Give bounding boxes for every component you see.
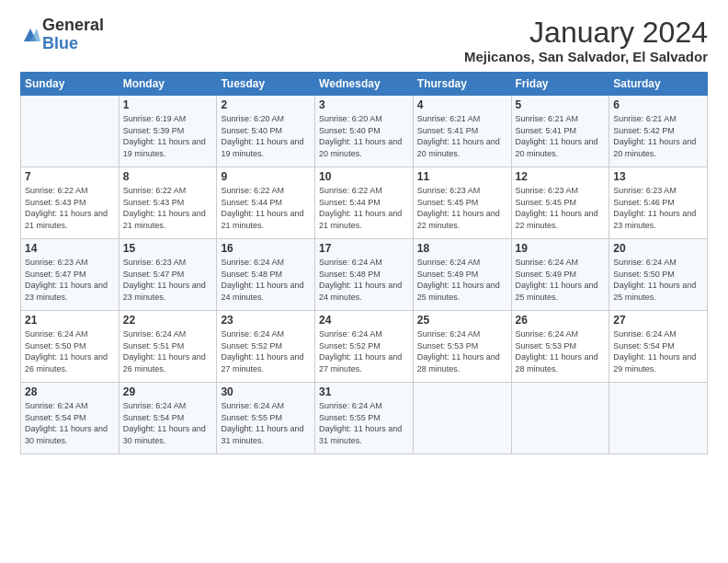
day-detail: Sunrise: 6:24 AMSunset: 5:53 PMDaylight:… (516, 328, 606, 374)
day-number: 31 (319, 385, 409, 398)
day-number: 9 (221, 170, 311, 183)
day-detail: Sunrise: 6:21 AMSunset: 5:41 PMDaylight:… (516, 113, 606, 159)
cell-w1-d6: 5Sunrise: 6:21 AMSunset: 5:41 PMDaylight… (511, 96, 609, 167)
cell-w5-d6 (511, 383, 609, 454)
header: General Blue January 2024 Mejicanos, San… (20, 17, 708, 64)
header-row: Sunday Monday Tuesday Wednesday Thursday… (21, 73, 708, 96)
day-number: 13 (613, 170, 703, 183)
day-number: 16 (221, 242, 311, 255)
header-monday: Monday (119, 73, 217, 96)
day-number: 1 (123, 98, 213, 111)
cell-w2-d1: 7Sunrise: 6:22 AMSunset: 5:43 PMDaylight… (21, 167, 119, 239)
month-title: January 2024 (464, 17, 708, 49)
day-number: 21 (25, 314, 115, 327)
day-detail: Sunrise: 6:24 AMSunset: 5:48 PMDaylight:… (319, 257, 409, 303)
day-number: 14 (25, 242, 115, 255)
cell-w4-d5: 25Sunrise: 6:24 AMSunset: 5:53 PMDayligh… (413, 311, 511, 383)
cell-w4-d4: 24Sunrise: 6:24 AMSunset: 5:52 PMDayligh… (315, 311, 414, 383)
cell-w5-d7 (609, 383, 708, 454)
day-detail: Sunrise: 6:22 AMSunset: 5:43 PMDaylight:… (123, 185, 213, 231)
title-block: January 2024 Mejicanos, San Salvador, El… (464, 17, 708, 64)
location: Mejicanos, San Salvador, El Salvador (464, 49, 708, 64)
day-number: 17 (319, 242, 409, 255)
cell-w5-d2: 29Sunrise: 6:24 AMSunset: 5:54 PMDayligh… (119, 383, 217, 454)
day-number: 11 (417, 170, 507, 183)
day-number: 3 (319, 98, 409, 111)
cell-w2-d5: 11Sunrise: 6:23 AMSunset: 5:45 PMDayligh… (413, 167, 511, 239)
header-friday: Friday (511, 73, 609, 96)
day-number: 29 (123, 385, 213, 398)
day-detail: Sunrise: 6:21 AMSunset: 5:41 PMDaylight:… (417, 113, 507, 159)
day-number: 18 (417, 242, 507, 255)
header-sunday: Sunday (21, 73, 119, 96)
cell-w2-d4: 10Sunrise: 6:22 AMSunset: 5:44 PMDayligh… (315, 167, 414, 239)
day-number: 28 (25, 385, 115, 398)
cell-w4-d2: 22Sunrise: 6:24 AMSunset: 5:51 PMDayligh… (119, 311, 217, 383)
day-number: 19 (516, 242, 606, 255)
day-number: 30 (221, 385, 311, 398)
day-number: 4 (417, 98, 507, 111)
day-detail: Sunrise: 6:23 AMSunset: 5:45 PMDaylight:… (516, 185, 606, 231)
day-detail: Sunrise: 6:24 AMSunset: 5:52 PMDaylight:… (221, 328, 311, 374)
day-number: 7 (25, 170, 115, 183)
day-number: 5 (516, 98, 606, 111)
day-detail: Sunrise: 6:24 AMSunset: 5:51 PMDaylight:… (123, 328, 213, 374)
cell-w3-d2: 15Sunrise: 6:23 AMSunset: 5:47 PMDayligh… (119, 239, 217, 311)
cell-w5-d3: 30Sunrise: 6:24 AMSunset: 5:55 PMDayligh… (217, 383, 315, 454)
cell-w1-d2: 1Sunrise: 6:19 AMSunset: 5:39 PMDaylight… (119, 96, 217, 167)
day-detail: Sunrise: 6:24 AMSunset: 5:48 PMDaylight:… (221, 257, 311, 303)
day-number: 26 (516, 314, 606, 327)
cell-w3-d6: 19Sunrise: 6:24 AMSunset: 5:49 PMDayligh… (511, 239, 609, 311)
cell-w2-d3: 9Sunrise: 6:22 AMSunset: 5:44 PMDaylight… (217, 167, 315, 239)
day-detail: Sunrise: 6:24 AMSunset: 5:54 PMDaylight:… (25, 400, 115, 446)
day-detail: Sunrise: 6:22 AMSunset: 5:44 PMDaylight:… (319, 185, 409, 231)
day-detail: Sunrise: 6:20 AMSunset: 5:40 PMDaylight:… (221, 113, 311, 159)
cell-w1-d5: 4Sunrise: 6:21 AMSunset: 5:41 PMDaylight… (413, 96, 511, 167)
day-number: 15 (123, 242, 213, 255)
day-detail: Sunrise: 6:21 AMSunset: 5:42 PMDaylight:… (613, 113, 703, 159)
cell-w1-d7: 6Sunrise: 6:21 AMSunset: 5:42 PMDaylight… (609, 96, 708, 167)
day-number: 12 (516, 170, 606, 183)
header-saturday: Saturday (609, 73, 708, 96)
day-detail: Sunrise: 6:23 AMSunset: 5:47 PMDaylight:… (25, 257, 115, 303)
day-number: 6 (613, 98, 703, 111)
calendar-table: Sunday Monday Tuesday Wednesday Thursday… (20, 72, 708, 454)
day-detail: Sunrise: 6:23 AMSunset: 5:47 PMDaylight:… (123, 257, 213, 303)
day-number: 25 (417, 314, 507, 327)
week-row-5: 28Sunrise: 6:24 AMSunset: 5:54 PMDayligh… (21, 383, 708, 454)
cell-w2-d7: 13Sunrise: 6:23 AMSunset: 5:46 PMDayligh… (609, 167, 708, 239)
cell-w1-d1 (21, 96, 119, 167)
cell-w3-d5: 18Sunrise: 6:24 AMSunset: 5:49 PMDayligh… (413, 239, 511, 311)
cell-w5-d5 (413, 383, 511, 454)
day-detail: Sunrise: 6:22 AMSunset: 5:44 PMDaylight:… (221, 185, 311, 231)
day-detail: Sunrise: 6:24 AMSunset: 5:50 PMDaylight:… (613, 257, 703, 303)
cell-w3-d7: 20Sunrise: 6:24 AMSunset: 5:50 PMDayligh… (609, 239, 708, 311)
day-number: 22 (123, 314, 213, 327)
day-number: 23 (221, 314, 311, 327)
logo-general-text: General (42, 17, 104, 35)
week-row-4: 21Sunrise: 6:24 AMSunset: 5:50 PMDayligh… (21, 311, 708, 383)
header-wednesday: Wednesday (315, 73, 414, 96)
day-number: 8 (123, 170, 213, 183)
cell-w4-d3: 23Sunrise: 6:24 AMSunset: 5:52 PMDayligh… (217, 311, 315, 383)
logo-icon (20, 25, 40, 45)
day-detail: Sunrise: 6:24 AMSunset: 5:54 PMDaylight:… (613, 328, 703, 374)
week-row-3: 14Sunrise: 6:23 AMSunset: 5:47 PMDayligh… (21, 239, 708, 311)
day-detail: Sunrise: 6:24 AMSunset: 5:54 PMDaylight:… (123, 400, 213, 446)
day-detail: Sunrise: 6:23 AMSunset: 5:46 PMDaylight:… (613, 185, 703, 231)
day-detail: Sunrise: 6:20 AMSunset: 5:40 PMDaylight:… (319, 113, 409, 159)
cell-w1-d3: 2Sunrise: 6:20 AMSunset: 5:40 PMDaylight… (217, 96, 315, 167)
day-number: 2 (221, 98, 311, 111)
day-number: 10 (319, 170, 409, 183)
week-row-2: 7Sunrise: 6:22 AMSunset: 5:43 PMDaylight… (21, 167, 708, 239)
cell-w3-d1: 14Sunrise: 6:23 AMSunset: 5:47 PMDayligh… (21, 239, 119, 311)
cell-w3-d4: 17Sunrise: 6:24 AMSunset: 5:48 PMDayligh… (315, 239, 414, 311)
calendar-page: General Blue January 2024 Mejicanos, San… (0, 0, 728, 563)
day-detail: Sunrise: 6:24 AMSunset: 5:49 PMDaylight:… (516, 257, 606, 303)
cell-w2-d6: 12Sunrise: 6:23 AMSunset: 5:45 PMDayligh… (511, 167, 609, 239)
logo-text: General Blue (42, 17, 104, 53)
header-thursday: Thursday (413, 73, 511, 96)
day-number: 24 (319, 314, 409, 327)
day-detail: Sunrise: 6:24 AMSunset: 5:55 PMDaylight:… (221, 400, 311, 446)
week-row-1: 1Sunrise: 6:19 AMSunset: 5:39 PMDaylight… (21, 96, 708, 167)
